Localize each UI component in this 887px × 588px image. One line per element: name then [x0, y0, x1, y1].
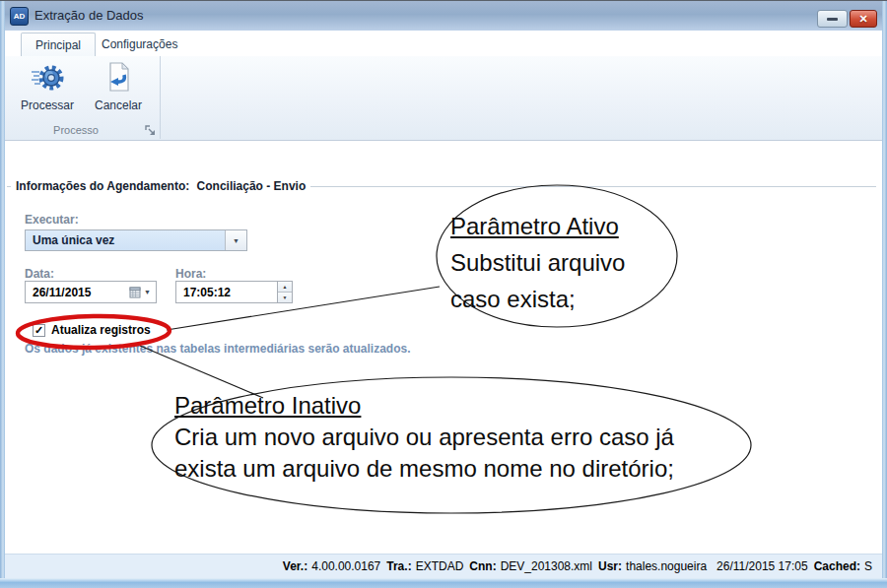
- section-title: Informações do Agendamento:: [16, 179, 189, 193]
- hora-label: Hora:: [175, 267, 206, 281]
- close-button[interactable]: ✕: [850, 10, 877, 28]
- gear-icon: [30, 61, 65, 97]
- close-icon: ✕: [858, 13, 867, 26]
- chevron-down-icon: ▼: [233, 237, 239, 244]
- atualiza-registros-checkbox[interactable]: ✓ Atualiza registros: [33, 323, 151, 337]
- balloon-active-title: Parâmetro Ativo: [450, 208, 625, 244]
- ribbon-tabstrip: Principal Configurações: [5, 31, 882, 56]
- calendar-icon: [129, 287, 141, 298]
- window-title: Extração de Dados: [34, 8, 144, 23]
- hora-value: 17:05:12: [176, 286, 277, 299]
- balloon-inactive-line: Cria um novo arquivo ou apresenta erro c…: [174, 422, 674, 453]
- processar-button[interactable]: Processar: [15, 59, 80, 124]
- balloon-active-line: caso exista;: [450, 281, 625, 317]
- main-content: Informações do Agendamento: Conciliação …: [5, 141, 882, 554]
- tab-label: Principal: [35, 38, 81, 52]
- checkbox-helper-text: Os dados já existentes nas tabelas inter…: [25, 342, 411, 356]
- section-value: Conciliação - Envio: [197, 179, 307, 193]
- checkbox-box[interactable]: ✓: [33, 324, 45, 337]
- cancel-document-icon: [101, 61, 136, 97]
- executar-label: Executar:: [25, 213, 79, 227]
- status-cached: Cached: S: [814, 559, 872, 573]
- cancelar-label: Cancelar: [95, 98, 142, 112]
- ribbon-group-label: Processo: [7, 124, 145, 136]
- executar-value: Uma única vez: [26, 233, 225, 247]
- tab-label: Configurações: [102, 37, 177, 51]
- minimize-button[interactable]: [817, 10, 848, 28]
- statusbar: Ver.: 4.00.00.0167 Tra.: EXTDAD Cnn: DEV…: [5, 554, 882, 578]
- processar-label: Processar: [21, 98, 74, 112]
- hora-field[interactable]: 17:05:12 ▲ ▼: [175, 281, 293, 303]
- ribbon-group-processo: Processar Cancelar Processo: [7, 56, 161, 139]
- window-border-left: [0, 1, 5, 588]
- data-label: Data:: [25, 267, 54, 281]
- spinner-down-icon[interactable]: ▼: [278, 293, 292, 302]
- groupbox-legend: Informações do Agendamento: Conciliação …: [11, 179, 310, 193]
- data-value: 26/11/2015: [26, 286, 129, 299]
- balloon-active: Parâmetro Ativo Substitui arquivo caso e…: [450, 208, 625, 317]
- balloon-inactive: Parâmetro Inativo Cria um novo arquivo o…: [174, 390, 674, 485]
- status-cnn: Cnn: DEV_201308.xml: [469, 559, 592, 573]
- balloon-active-line: Substitui arquivo: [450, 244, 625, 281]
- balloon-inactive-title: Parâmetro Inativo: [174, 390, 674, 422]
- dialog-launcher-button[interactable]: [145, 123, 157, 135]
- status-version: Ver.: 4.00.00.0167: [283, 559, 380, 573]
- spinner-up-icon[interactable]: ▲: [278, 282, 292, 293]
- checkbox-label: Atualiza registros: [51, 323, 151, 337]
- ribbon: Processar Cancelar Processo: [5, 56, 882, 141]
- status-datetime: 26/11/2015 17:05: [713, 559, 808, 573]
- app-window: AD Extração de Dados ✕ Principal Configu…: [0, 0, 887, 588]
- time-spinner[interactable]: ▲ ▼: [277, 282, 292, 302]
- titlebar: AD Extração de Dados ✕: [1, 1, 886, 31]
- minimize-icon: [827, 18, 838, 21]
- balloon-inactive-line: exista um arquivo de mesmo nome no diret…: [174, 453, 674, 485]
- executar-combobox[interactable]: Uma única vez ▼: [25, 229, 247, 251]
- app-icon: AD: [10, 7, 29, 26]
- cancelar-button[interactable]: Cancelar: [88, 59, 149, 124]
- status-tra: Tra.: EXTDAD: [386, 559, 463, 573]
- chevron-down-icon: ▼: [144, 289, 151, 295]
- checkmark-icon: ✓: [34, 325, 43, 336]
- status-usr: Usr: thales.nogueira: [598, 559, 707, 573]
- dialog-launcher-icon: [145, 125, 157, 137]
- combobox-dropdown-button[interactable]: ▼: [225, 230, 246, 250]
- data-field[interactable]: 26/11/2015 ▼: [25, 281, 157, 303]
- tab-principal[interactable]: Principal: [21, 33, 96, 56]
- window-border-right: [882, 1, 887, 588]
- window-border-bottom: [0, 578, 887, 588]
- tab-configuracoes[interactable]: Configurações: [90, 33, 189, 56]
